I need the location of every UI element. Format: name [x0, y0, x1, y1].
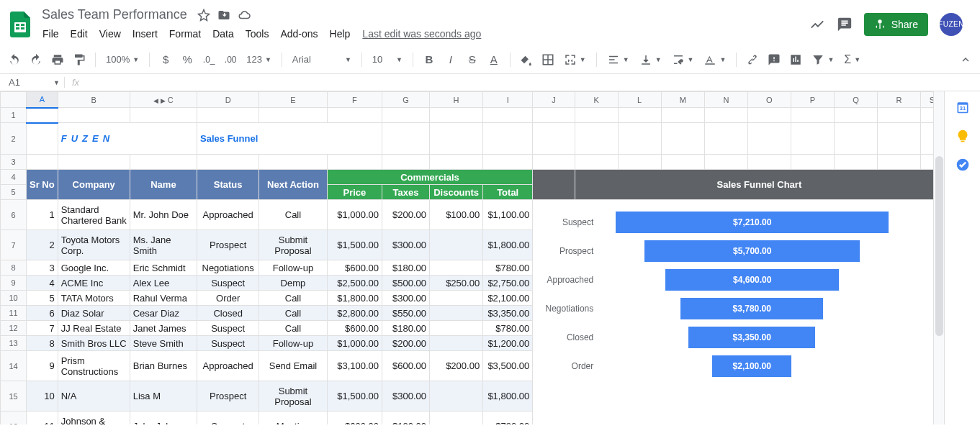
cell-company[interactable]: ACME Inc — [58, 276, 130, 291]
cell-taxes[interactable]: $180.00 — [382, 412, 430, 425]
sheets-logo-icon[interactable] — [6, 10, 35, 39]
cell-discounts[interactable]: $250.00 — [430, 276, 483, 291]
share-button[interactable]: Share — [864, 13, 928, 36]
cell-status[interactable]: Approached — [197, 351, 259, 381]
cell-discounts[interactable]: $200.00 — [430, 351, 483, 381]
row-header-6[interactable]: 6 — [1, 200, 27, 230]
text-wrap-dropdown[interactable]: ▼ — [669, 52, 697, 68]
col-header-Q[interactable]: Q — [834, 92, 877, 108]
cell-status[interactable]: Suspect — [197, 276, 259, 291]
cell-total[interactable]: $780.00 — [483, 412, 533, 425]
cell-next-action[interactable]: Call — [259, 306, 328, 321]
menu-view[interactable]: View — [94, 25, 126, 42]
cell-srno[interactable]: 8 — [27, 336, 58, 351]
cell-srno[interactable]: 6 — [27, 306, 58, 321]
number-format-dropdown[interactable]: 123▼ — [243, 53, 274, 66]
cell-discounts[interactable] — [430, 321, 483, 336]
menu-file[interactable]: File — [37, 25, 64, 42]
menu-insert[interactable]: Insert — [127, 25, 163, 42]
calendar-addon-icon[interactable]: 31 — [956, 100, 970, 114]
cell-company[interactable]: TATA Motors — [58, 291, 130, 306]
italic-icon[interactable]: I — [442, 51, 459, 68]
cell-discounts[interactable] — [430, 412, 483, 425]
col-header-K[interactable]: K — [575, 92, 618, 108]
cell-name[interactable]: Eric Schmidt — [130, 260, 197, 276]
cell-price[interactable]: $600.00 — [327, 260, 382, 276]
formula-input[interactable] — [86, 76, 980, 89]
percent-icon[interactable]: % — [179, 51, 196, 68]
cell-discounts[interactable]: $100.00 — [430, 200, 483, 230]
cell-next-action[interactable]: Submit Proposal — [259, 230, 328, 260]
strikethrough-icon[interactable]: S — [464, 51, 481, 68]
cell-name[interactable]: Janet James — [130, 321, 197, 336]
activity-chart-icon[interactable] — [809, 17, 825, 32]
cell-srno[interactable]: 7 — [27, 321, 58, 336]
cell-company[interactable]: Smith Bros LLC — [58, 336, 130, 351]
redo-icon[interactable] — [27, 51, 45, 68]
cell-name[interactable]: Cesar Diaz — [130, 306, 197, 321]
comments-icon[interactable] — [837, 17, 853, 32]
cell-taxes[interactable]: $300.00 — [382, 230, 430, 260]
cell-taxes[interactable]: $200.00 — [382, 336, 430, 351]
cell-taxes[interactable]: $180.00 — [382, 260, 430, 276]
cell-price[interactable]: $1,000.00 — [327, 200, 382, 230]
spreadsheet-grid[interactable]: AB◀ ▶ CDEFGHIJKLMNOPQRS12 FUZEN Sales Fu… — [0, 91, 944, 424]
cell-next-action[interactable]: Send Email — [259, 351, 328, 381]
cell-status[interactable]: Approached — [197, 200, 259, 230]
keep-addon-icon[interactable] — [956, 129, 970, 143]
cell-total[interactable]: $1,800.00 — [483, 381, 533, 412]
cell-taxes[interactable]: $500.00 — [382, 276, 430, 291]
cell-price[interactable]: $1,500.00 — [327, 230, 382, 260]
col-header-A[interactable]: A — [27, 92, 58, 108]
col-header-J[interactable]: J — [533, 92, 575, 108]
cell-price[interactable]: $600.00 — [327, 412, 382, 425]
cell-name[interactable]: Alex Lee — [130, 276, 197, 291]
cell-srno[interactable]: 1 — [27, 200, 58, 230]
cell-srno[interactable]: 2 — [27, 230, 58, 260]
row-header-12[interactable]: 12 — [1, 321, 27, 336]
scrollbar-thumb[interactable] — [935, 156, 943, 336]
cell-status[interactable]: Prospect — [197, 381, 259, 412]
increase-decimal-icon[interactable]: .00 — [222, 51, 239, 68]
col-header-E[interactable]: E — [259, 92, 328, 108]
cell-srno[interactable]: 4 — [27, 276, 58, 291]
cell-total[interactable]: $1,800.00 — [483, 230, 533, 260]
col-header-P[interactable]: P — [791, 92, 834, 108]
paint-format-icon[interactable] — [71, 51, 88, 68]
col-header-G[interactable]: G — [382, 92, 430, 108]
cell-name[interactable]: Rahul Verma — [130, 291, 197, 306]
filter-dropdown[interactable]: ▼ — [809, 52, 837, 68]
star-icon[interactable] — [197, 9, 210, 22]
row-header-15[interactable]: 15 — [1, 381, 27, 412]
cell-taxes[interactable]: $600.00 — [382, 351, 430, 381]
undo-icon[interactable] — [6, 51, 23, 68]
cell-discounts[interactable] — [430, 291, 483, 306]
col-header-D[interactable]: D — [197, 92, 259, 108]
cell-price[interactable]: $3,100.00 — [327, 351, 382, 381]
select-all-corner[interactable] — [1, 92, 27, 108]
row-header-3[interactable]: 3 — [1, 155, 27, 170]
row-header-10[interactable]: 10 — [1, 291, 27, 306]
insert-chart-icon[interactable] — [787, 51, 804, 68]
col-header-M[interactable]: M — [661, 92, 704, 108]
row-header-11[interactable]: 11 — [1, 306, 27, 321]
col-header-N[interactable]: N — [704, 92, 747, 108]
menu-edit[interactable]: Edit — [66, 25, 93, 42]
expand-toolbar-icon[interactable] — [957, 51, 974, 68]
cell-taxes[interactable]: $180.00 — [382, 321, 430, 336]
cell-company[interactable]: N/A — [58, 381, 130, 412]
row-header-14[interactable]: 14 — [1, 351, 27, 381]
menu-data[interactable]: Data — [207, 25, 239, 42]
row-header-1[interactable]: 1 — [1, 108, 27, 123]
row-header-7[interactable]: 7 — [1, 230, 27, 260]
cell-status[interactable]: Closed — [197, 306, 259, 321]
text-rotation-dropdown[interactable]: ▼ — [701, 52, 729, 68]
insert-comment-icon[interactable] — [765, 51, 783, 68]
cell-total[interactable]: $780.00 — [483, 260, 533, 276]
cell-next-action[interactable]: Call — [259, 291, 328, 306]
cell-next-action[interactable]: Call — [259, 200, 328, 230]
col-header-B[interactable]: B — [58, 92, 130, 108]
menu-help[interactable]: Help — [325, 25, 356, 42]
print-icon[interactable] — [49, 51, 66, 68]
row-header-8[interactable]: 8 — [1, 260, 27, 276]
